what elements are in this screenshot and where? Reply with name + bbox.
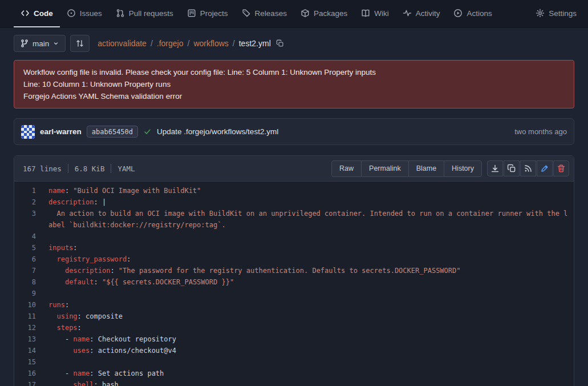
latest-commit-bar: earl-warren abab65450d Update .forgejo/w…	[14, 118, 574, 145]
error-message-line: Line: 10 Column 1: Unknown Property runs	[23, 78, 565, 90]
tab-label: Issues	[80, 9, 102, 18]
tab-settings[interactable]: Settings	[529, 0, 577, 27]
tab-issues[interactable]: Issues	[60, 0, 109, 27]
code-line-content: uses: actions/checkout@v4	[48, 345, 574, 356]
breadcrumb-segment[interactable]: .forgejo	[157, 39, 184, 48]
line-number[interactable]: 1	[14, 185, 48, 196]
tab-releases[interactable]: Releases	[235, 0, 294, 27]
file-line-count: 167 lines	[23, 164, 62, 173]
file-language: YAML	[117, 164, 135, 173]
code-line-content: shell: bash	[48, 379, 574, 386]
code-icon	[21, 9, 30, 18]
tab-code[interactable]: Code	[14, 0, 60, 27]
line-number[interactable]: 2	[14, 196, 48, 208]
breadcrumb-segment: test2.yml	[239, 39, 271, 48]
file-size: 6.8 KiB	[75, 164, 105, 173]
code-line-content: - name: Checkout repository	[48, 333, 574, 345]
line-number[interactable]: 12	[14, 322, 48, 333]
breadcrumb-separator: /	[233, 39, 235, 48]
tab-activity[interactable]: Activity	[396, 0, 447, 27]
rss-feed-button[interactable]	[520, 160, 536, 176]
line-number[interactable]: 5	[14, 242, 48, 254]
line-number[interactable]: 17	[14, 379, 48, 386]
branch-selector[interactable]: main	[14, 35, 66, 52]
breadcrumb-segment[interactable]: actionvalidate	[98, 39, 147, 48]
code-line: 12 steps:	[14, 322, 574, 333]
branch-name: main	[33, 39, 49, 48]
commit-author[interactable]: earl-warren	[40, 127, 82, 136]
file-view: 167 lines 6.8 KiB YAML RawPermalinkBlame…	[14, 155, 574, 386]
code-line: 4	[14, 231, 574, 242]
tab-label: Actions	[467, 9, 492, 18]
line-number[interactable]: 9	[14, 288, 48, 299]
meta-divider	[68, 164, 68, 173]
tab-pull-requests[interactable]: Pull requests	[109, 0, 180, 27]
action-icon-buttons	[487, 160, 569, 176]
branch-icon	[20, 39, 29, 48]
line-number[interactable]: 3	[14, 208, 48, 231]
code-line-content	[48, 231, 574, 242]
error-message-line: Forgejo Actions YAML Schema validation e…	[23, 90, 565, 102]
rss-icon	[524, 164, 533, 173]
delete-file-button[interactable]	[553, 160, 569, 176]
raw-button[interactable]: Raw	[331, 160, 362, 177]
tab-label: Wiki	[374, 9, 389, 18]
line-number[interactable]: 11	[14, 311, 48, 322]
code-line: 2description: |	[14, 196, 574, 208]
tab-label: Releases	[255, 9, 287, 18]
tab-wiki[interactable]: Wiki	[354, 0, 396, 27]
code-line: 7 description: "The password for the reg…	[14, 265, 574, 276]
code-line: 9	[14, 288, 574, 299]
project-icon	[187, 9, 196, 18]
line-number[interactable]: 8	[14, 276, 48, 288]
line-number[interactable]: 7	[14, 265, 48, 276]
commit-status-check-icon[interactable]	[143, 127, 152, 136]
code-line: 16 - name: Set actions path	[14, 368, 574, 379]
code-line: 8 default: "${{ secrets.DOCKER_PASSWORD …	[14, 276, 574, 288]
repo-tabs: CodeIssuesPull requestsProjectsReleasesP…	[14, 0, 529, 27]
copy-content-button[interactable]	[504, 160, 520, 176]
download-button[interactable]	[487, 160, 503, 176]
breadcrumb-separator: /	[187, 39, 189, 48]
copy-path-icon[interactable]	[276, 39, 284, 47]
line-number[interactable]: 14	[14, 345, 48, 356]
line-number[interactable]: 6	[14, 254, 48, 265]
line-number[interactable]: 10	[14, 299, 48, 311]
play-circle-icon	[453, 9, 463, 18]
tab-label: Pull requests	[129, 9, 173, 18]
tag-icon	[242, 9, 251, 18]
commit-hash[interactable]: abab65450d	[87, 126, 138, 138]
code-line: 6 registry_password:	[14, 254, 574, 265]
compare-icon	[75, 39, 84, 48]
tab-label: Code	[34, 9, 53, 18]
edit-file-button[interactable]	[537, 160, 553, 176]
compare-button[interactable]	[70, 35, 90, 52]
page-content: main actionvalidate/.forgejo/workflows/t…	[0, 28, 588, 386]
line-number[interactable]: 15	[14, 356, 48, 368]
permalink-button[interactable]: Permalink	[361, 160, 409, 177]
tab-actions[interactable]: Actions	[447, 0, 498, 27]
commit-message[interactable]: Update .forgejo/workflows/test2.yml	[157, 127, 278, 136]
code-line: 17 shell: bash	[14, 379, 574, 386]
issue-icon	[67, 9, 76, 18]
view-buttons: RawPermalinkBlameHistory	[331, 160, 482, 177]
line-number[interactable]: 4	[14, 231, 48, 242]
code-line-content: runs:	[48, 299, 574, 311]
tab-packages[interactable]: Packages	[294, 0, 354, 27]
tab-label: Activity	[416, 9, 440, 18]
code-line-content: registry_password:	[48, 254, 574, 265]
tab-projects[interactable]: Projects	[180, 0, 235, 27]
code-line-content: steps:	[48, 322, 574, 333]
avatar[interactable]	[21, 125, 35, 139]
line-number[interactable]: 13	[14, 333, 48, 345]
blame-button[interactable]: Blame	[408, 160, 444, 177]
trash-icon	[557, 164, 566, 173]
breadcrumb-segment[interactable]: workflows	[193, 39, 228, 48]
chevron-down-icon	[52, 40, 59, 47]
file-meta: 167 lines 6.8 KiB YAML	[23, 164, 135, 173]
code-view: 1name: "Build OCI Image with BuildKit"2d…	[14, 182, 574, 386]
tab-label: Packages	[314, 9, 347, 18]
history-button[interactable]: History	[444, 160, 482, 177]
code-line: 13 - name: Checkout repository	[14, 333, 574, 345]
line-number[interactable]: 16	[14, 368, 48, 379]
